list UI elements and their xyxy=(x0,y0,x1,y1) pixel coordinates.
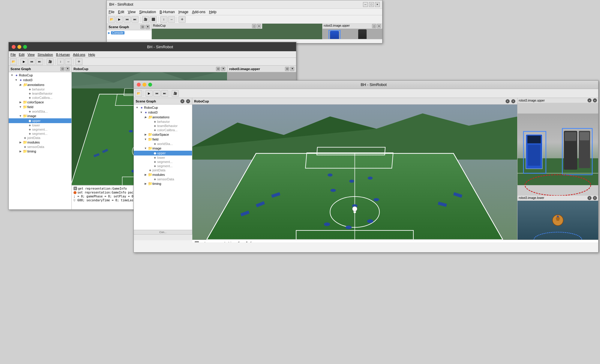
tree2-sensordata[interactable]: ◆ sensorData xyxy=(9,145,71,149)
win1-sg-detach[interactable]: ◻ xyxy=(140,25,145,29)
tree2-upper[interactable]: ◆ upper xyxy=(9,118,71,123)
tree3-annotations[interactable]: ▶ 📁 annotations xyxy=(134,115,192,120)
win2-sg-btn-group[interactable]: ◻ ✕ xyxy=(60,67,70,71)
tb2-drag[interactable]: ✛ xyxy=(75,58,82,65)
menu2-file[interactable]: File xyxy=(10,53,16,56)
tree3-colorspace[interactable]: ▶ 📁 colorSpace xyxy=(134,132,192,137)
close-button[interactable]: ✕ xyxy=(375,2,380,7)
win3-cl-btn1[interactable]: ● xyxy=(587,196,592,200)
menu2-help[interactable]: Help xyxy=(88,53,95,56)
win2-rc-controls[interactable]: ◻ ✕ xyxy=(216,67,225,71)
tree2-behavior[interactable]: ◆ behavior xyxy=(9,87,71,91)
menu-simulation[interactable]: Simulation xyxy=(139,10,156,14)
tb2-step-back[interactable]: ⏮ xyxy=(28,58,35,65)
tree2-modules[interactable]: ▶ 📁 modules xyxy=(9,140,71,145)
win1-rc-detach[interactable]: ◻ xyxy=(252,24,256,28)
tree3-jointdata[interactable]: ◆ jointData xyxy=(134,168,192,172)
win3-sg-close2[interactable]: ● xyxy=(186,99,190,103)
tb2-play[interactable]: ▶ xyxy=(20,58,28,65)
win1-sg-close[interactable]: ✕ xyxy=(146,25,150,29)
tb3-step-back[interactable]: ⏮ xyxy=(153,90,160,97)
win1-cam-controls[interactable]: ◻ ✕ xyxy=(372,24,381,28)
tree2-colorspace[interactable]: ▶ 📁 colorSpace xyxy=(9,100,71,105)
tree2-annotations[interactable]: ▶ 📁 annotations xyxy=(9,82,71,87)
tree3-behavior[interactable]: ◆ behavior xyxy=(134,120,192,124)
max-light-2[interactable] xyxy=(23,45,27,49)
traffic-lights-2[interactable] xyxy=(12,45,27,49)
win3-cu-btn1[interactable]: ● xyxy=(587,98,592,102)
tb2-pan[interactable]: ↔ xyxy=(65,58,72,65)
tilt-btn[interactable]: ↕ xyxy=(160,16,167,23)
menu-bhuman[interactable]: B-Human xyxy=(160,10,175,14)
tree2-colorcalib[interactable]: ◆ colorCalibra... xyxy=(9,96,71,100)
win3-rc-btn1[interactable]: ● xyxy=(506,99,510,103)
tree3-robot3[interactable]: ▼ ● robot3 xyxy=(134,110,192,115)
menu2-bhuman[interactable]: B-Human xyxy=(56,53,70,56)
win3-rc-btn2[interactable]: ● xyxy=(511,99,515,103)
menu2-view[interactable]: View xyxy=(28,53,35,56)
minimize-button[interactable]: ─ xyxy=(363,2,368,7)
tree3-seg2[interactable]: ◆ segment... xyxy=(134,164,192,168)
tree3-cc[interactable]: ◆ colorCalibra... xyxy=(134,128,192,132)
win1-robocup-controls[interactable]: ◻ ✕ xyxy=(252,24,261,28)
win3-sg-close1[interactable]: ● xyxy=(180,99,184,103)
play-btn[interactable]: ▶ xyxy=(116,16,123,23)
tree2-lower[interactable]: ◆ lower xyxy=(9,123,71,127)
tree2-jointdata[interactable]: ◆ jointData xyxy=(9,136,71,140)
tb2-step-fwd[interactable]: ⏭ xyxy=(36,58,43,65)
tb3-step-fwd[interactable]: ⏭ xyxy=(161,90,168,97)
traffic-lights-3[interactable] xyxy=(137,83,152,87)
drag-btn[interactable]: ✛ xyxy=(178,16,186,23)
tree2-seg1[interactable]: ◆ segment... xyxy=(9,127,71,132)
tree3-worldsta[interactable]: ◆ worldSta... xyxy=(134,142,192,146)
tb2-open[interactable]: 📂 xyxy=(10,58,17,65)
tree3-seg1[interactable]: ◆ segment... xyxy=(134,160,192,164)
tree3-upper[interactable]: ◆ upper xyxy=(134,151,192,155)
tree3-sensordata[interactable]: ◆ sensorData xyxy=(134,177,192,181)
tree2-robocup[interactable]: ▼ ● RoboCup xyxy=(9,73,71,78)
maximize-button[interactable]: □ xyxy=(369,2,374,7)
menu-view[interactable]: View xyxy=(128,10,136,14)
tb2-cam[interactable]: 🎥 xyxy=(46,58,54,65)
tree2-field[interactable]: ▼ 📁 field xyxy=(9,105,71,109)
win2-cam-controls[interactable]: ◻ ✕ xyxy=(285,67,294,71)
win2-rc-close[interactable]: ✕ xyxy=(221,67,225,71)
win1-controls[interactable]: ─ □ ✕ xyxy=(363,2,380,7)
menu2-simulation[interactable]: Simulation xyxy=(38,53,53,56)
win2-cam-detach[interactable]: ◻ xyxy=(285,67,289,71)
min-light-2[interactable] xyxy=(17,45,21,49)
menu-edit[interactable]: Edit xyxy=(118,10,124,14)
tree3-robocup[interactable]: ▼ ● RoboCup xyxy=(134,105,192,110)
cam-btn[interactable]: 🎥 xyxy=(142,16,149,23)
min-light-3[interactable] xyxy=(142,83,146,87)
tree2-teambehavior[interactable]: ◆ teamBehavior xyxy=(9,91,71,96)
tb3-cam[interactable]: 🎥 xyxy=(172,90,179,97)
win1-sg-controls[interactable]: ◻ ✕ xyxy=(140,25,150,29)
tree2-robot3[interactable]: ▼ ● robot3 xyxy=(9,78,71,82)
tree3-lower[interactable]: ◆ lower xyxy=(134,155,192,160)
win3-cl-btn2[interactable]: ● xyxy=(593,196,597,200)
menu-addons[interactable]: Add-ons xyxy=(192,10,206,14)
pan-btn[interactable]: ↔ xyxy=(168,16,175,23)
win2-cam-close[interactable]: ✕ xyxy=(290,67,294,71)
open-btn[interactable]: 📂 xyxy=(108,16,115,23)
max-light-3[interactable] xyxy=(148,83,152,87)
menu-file[interactable]: File xyxy=(109,10,114,14)
win2-sg-close[interactable]: ✕ xyxy=(65,67,70,71)
tree3-timing[interactable]: ▶ 📁 timing xyxy=(134,181,192,186)
window-3[interactable]: BH - SimRobot 📂 ▶ ⏮ ⏭ 🎥 Scene Graph ● ● … xyxy=(134,80,598,253)
win3-sg-controls[interactable]: ● ● xyxy=(180,99,190,103)
win3-cam-upper-controls[interactable]: ● ● xyxy=(587,98,597,102)
close-light-2[interactable] xyxy=(12,45,16,49)
menu2-addons[interactable]: Add-ons xyxy=(73,53,85,56)
close-light-3[interactable] xyxy=(137,83,141,87)
win3-cu-btn2[interactable]: ● xyxy=(593,98,597,102)
win2-sg-detach[interactable]: ◻ xyxy=(60,67,64,71)
menu-help[interactable]: Help xyxy=(209,10,217,14)
step-back-btn[interactable]: ⏮ xyxy=(124,16,131,23)
win1-rc-close[interactable]: ✕ xyxy=(257,24,261,28)
win1-cam-detach[interactable]: ◻ xyxy=(372,24,376,28)
stop-btn[interactable]: ⬛ xyxy=(150,16,157,23)
tree2-worldsta[interactable]: ◆ worldSta... xyxy=(9,109,71,114)
tb3-play[interactable]: ▶ xyxy=(146,90,153,97)
